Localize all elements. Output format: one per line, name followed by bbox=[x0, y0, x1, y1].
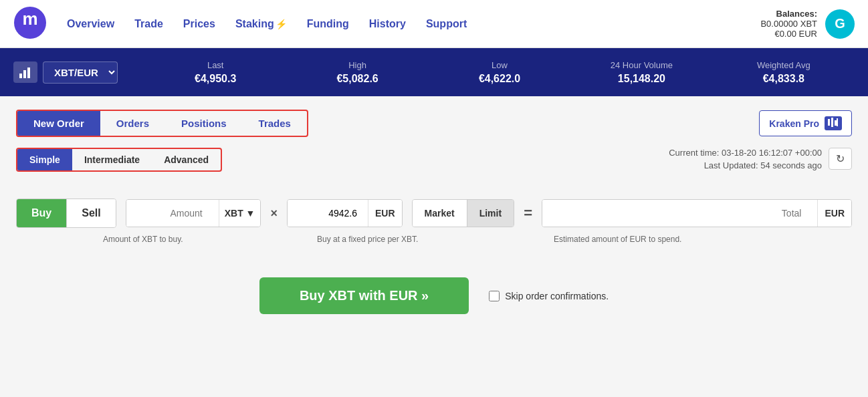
current-time: Current time: 03-18-20 16:12:07 +00:00 bbox=[669, 148, 822, 158]
price-group: EUR bbox=[287, 199, 403, 227]
wavg-value: €4,833.8 bbox=[713, 73, 855, 85]
tab-trades[interactable]: Trades bbox=[243, 111, 307, 136]
volume-label: 24 Hour Volume bbox=[570, 60, 712, 70]
top-navigation: m Overview Trade Prices Staking ⚡ Fundin… bbox=[0, 0, 868, 48]
svg-rect-3 bbox=[23, 70, 26, 78]
balance-eur: €0.00 EUR bbox=[760, 29, 817, 39]
kraken-pro-label: Kraken Pro bbox=[769, 118, 819, 129]
tab-new-order[interactable]: New Order bbox=[17, 111, 100, 136]
refresh-button[interactable]: ↻ bbox=[829, 148, 852, 170]
equals-sign: = bbox=[524, 205, 532, 222]
ticker-bar: XBT/EUR Last €4,950.3 High €5,082.6 Low … bbox=[0, 48, 868, 96]
nav-prices[interactable]: Prices bbox=[183, 18, 215, 30]
time-display: Current time: 03-18-20 16:12:07 +00:00 L… bbox=[669, 148, 822, 173]
low-label: Low bbox=[429, 60, 570, 70]
ticker-low: Low €4,622.0 bbox=[429, 60, 570, 85]
ticker-high: High €5,082.6 bbox=[286, 60, 428, 85]
hint-amount: Amount of XBT to buy. bbox=[103, 235, 297, 244]
wavg-label: Weighted Avg bbox=[713, 60, 855, 70]
svg-rect-4 bbox=[27, 68, 30, 78]
times-sign: × bbox=[270, 207, 278, 221]
market-btn[interactable]: Market bbox=[413, 200, 467, 227]
high-value: €5,082.6 bbox=[286, 73, 428, 85]
svg-rect-7 bbox=[835, 120, 837, 126]
total-input[interactable] bbox=[542, 200, 812, 227]
amount-group: XBT ▼ bbox=[126, 199, 261, 227]
nav-links: Overview Trade Prices Staking ⚡ Funding … bbox=[67, 18, 760, 30]
amount-label-text bbox=[213, 200, 219, 227]
buy-submit-button[interactable]: Buy XBT with EUR » bbox=[259, 277, 469, 314]
low-value: €4,622.0 bbox=[429, 73, 570, 85]
buy-sell-group: Buy Sell bbox=[16, 198, 116, 228]
mode-advanced[interactable]: Advanced bbox=[152, 149, 221, 170]
total-group: EUR bbox=[542, 199, 852, 227]
nav-support[interactable]: Support bbox=[426, 18, 467, 30]
volume-value: 15,148.20 bbox=[570, 73, 712, 85]
nav-trade[interactable]: Trade bbox=[134, 18, 163, 30]
updated-value: 54 seconds ago bbox=[760, 160, 822, 170]
high-label: High bbox=[286, 60, 428, 70]
ticker-volume: 24 Hour Volume 15,148.20 bbox=[570, 60, 712, 85]
order-hints: Amount of XBT to buy. Buy at a fixed pri… bbox=[103, 235, 852, 244]
tab-orders[interactable]: Orders bbox=[100, 111, 165, 136]
hint-total: Estimated amount of EUR to spend. bbox=[554, 235, 681, 244]
price-currency: EUR bbox=[368, 200, 402, 227]
svg-rect-6 bbox=[831, 118, 833, 127]
nav-history[interactable]: History bbox=[369, 18, 406, 30]
nav-overview[interactable]: Overview bbox=[67, 18, 114, 30]
svg-text:m: m bbox=[22, 9, 37, 29]
logo[interactable]: m bbox=[13, 6, 47, 42]
mode-intermediate[interactable]: Intermediate bbox=[72, 149, 152, 170]
time-section: Simple Intermediate Advanced Current tim… bbox=[16, 148, 852, 185]
svg-rect-2 bbox=[19, 74, 22, 78]
updated-label: Last Updated: bbox=[704, 160, 758, 170]
amount-currency-selector[interactable]: XBT ▼ bbox=[219, 200, 261, 227]
mode-simple[interactable]: Simple bbox=[17, 149, 72, 170]
tab-bar: New Order Orders Positions Trades Kraken… bbox=[16, 110, 852, 137]
user-avatar[interactable]: G bbox=[825, 9, 855, 39]
skip-confirm-section: Skip order confirmations. bbox=[489, 291, 609, 301]
current-time-value: 03-18-20 16:12:07 +00:00 bbox=[722, 148, 822, 158]
kraken-pro-button[interactable]: Kraken Pro bbox=[759, 110, 852, 136]
balance-xbt: B0.00000 XBT bbox=[760, 19, 817, 29]
total-label-text bbox=[812, 200, 817, 227]
buy-button[interactable]: Buy bbox=[17, 199, 66, 227]
tab-positions[interactable]: Positions bbox=[165, 111, 243, 136]
price-input[interactable] bbox=[288, 200, 368, 227]
balances-display: Balances: B0.00000 XBT €0.00 EUR bbox=[760, 9, 817, 39]
order-form: Buy Sell XBT ▼ × EUR Market Limit = bbox=[16, 198, 852, 228]
last-label: Last bbox=[144, 60, 286, 70]
last-updated: Last Updated: 54 seconds ago bbox=[669, 160, 822, 170]
pair-selector[interactable]: XBT/EUR bbox=[43, 61, 118, 84]
last-value: €4,950.3 bbox=[144, 73, 286, 85]
ticker-pair: XBT/EUR bbox=[13, 61, 118, 84]
ticker-last: Last €4,950.3 bbox=[144, 60, 286, 85]
skip-confirm-label: Skip order confirmations. bbox=[505, 291, 609, 301]
nav-staking[interactable]: Staking ⚡ bbox=[235, 18, 287, 30]
nav-funding[interactable]: Funding bbox=[307, 18, 349, 30]
lightning-icon: ⚡ bbox=[276, 19, 287, 29]
main-content: New Order Orders Positions Trades Kraken… bbox=[0, 96, 868, 341]
hint-price: Buy at a fixed price per XBT. bbox=[317, 235, 504, 244]
svg-rect-8 bbox=[837, 118, 838, 126]
nav-right: Balances: B0.00000 XBT €0.00 EUR G bbox=[760, 9, 855, 39]
main-tab-group: New Order Orders Positions Trades bbox=[16, 110, 308, 137]
limit-btn[interactable]: Limit bbox=[467, 200, 514, 227]
svg-rect-5 bbox=[828, 119, 830, 126]
balances-label: Balances: bbox=[760, 9, 817, 19]
mode-tab-group: Simple Intermediate Advanced bbox=[16, 148, 222, 172]
time-right: Current time: 03-18-20 16:12:07 +00:00 L… bbox=[669, 148, 852, 173]
chart-icon[interactable] bbox=[13, 61, 37, 83]
skip-confirm-checkbox[interactable] bbox=[489, 291, 500, 301]
amount-input[interactable] bbox=[126, 200, 213, 227]
ticker-wavg: Weighted Avg €4,833.8 bbox=[713, 60, 855, 85]
total-currency: EUR bbox=[817, 200, 851, 227]
buy-submit-section: Buy XBT with EUR » Skip order confirmati… bbox=[16, 264, 852, 327]
kraken-pro-icon bbox=[825, 116, 842, 130]
current-time-label: Current time: bbox=[669, 148, 719, 158]
sell-button[interactable]: Sell bbox=[66, 199, 115, 227]
order-type-group: Market Limit bbox=[412, 199, 515, 227]
